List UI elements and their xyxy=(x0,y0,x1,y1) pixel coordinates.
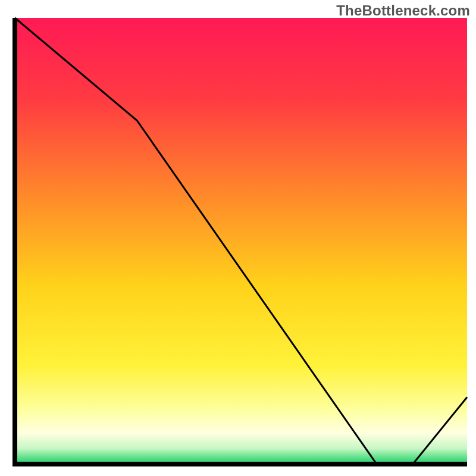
plot-background xyxy=(15,18,467,464)
chart-stage: TheBottleneck.com xyxy=(0,0,476,476)
bottleneck-chart xyxy=(0,0,476,476)
